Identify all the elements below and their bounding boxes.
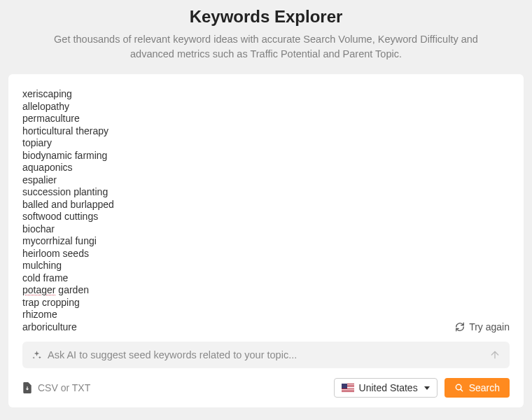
svg-line-1 [461,389,463,391]
keyword-line: permaculture [22,113,510,125]
try-again-button[interactable]: Try again [455,321,510,334]
search-label: Search [469,382,500,393]
refresh-icon [455,322,465,332]
keyword-line: cold frame [22,272,510,285]
keyword-line: biochar [22,223,510,236]
keyword-line: rhizome [22,309,510,321]
keyword-line: balled and burlapped [22,199,510,211]
upload-csv-button[interactable]: CSV or TXT [22,382,90,393]
keyword-line: succession planting [22,186,510,199]
bottom-controls: CSV or TXT United States Search [22,378,510,398]
ai-suggest-row [22,342,510,368]
chevron-down-icon [424,386,430,390]
keyword-line: topiary [22,137,510,150]
keyword-line: espalier [22,174,510,187]
keyword-line: biodynamic farming [22,150,510,162]
keywords-textarea[interactable]: xeriscapingallelopathypermaculturehortic… [22,88,510,333]
keyword-line: mulching [22,260,510,272]
file-upload-icon [22,382,32,393]
page-subtitle: Get thousands of relevant keyword ideas … [42,32,490,62]
keyword-line: softwood cuttings [22,211,510,223]
keyword-line: mycorrhizal fungi [22,235,510,248]
country-selector[interactable]: United States [334,378,438,398]
keyword-line: horticultural therapy [22,125,510,138]
keyword-line: potager garden [22,284,510,297]
keyword-line: aquaponics [22,162,510,174]
us-flag-icon [342,384,354,392]
explorer-card: xeriscapingallelopathypermaculturehortic… [8,74,524,407]
submit-arrow-icon[interactable] [489,349,501,361]
keyword-line: trap cropping [22,297,510,309]
keyword-line: xeriscaping [22,88,510,101]
country-label: United States [359,382,418,393]
keyword-line: heirloom seeds [22,248,510,260]
search-button[interactable]: Search [444,378,510,398]
keyword-line: allelopathy [22,101,510,113]
upload-label: CSV or TXT [38,382,90,393]
ai-suggest-input[interactable] [42,348,489,362]
try-again-label: Try again [469,321,510,334]
sparkle-icon [31,349,42,360]
keyword-line: arboriculture [22,321,510,334]
page-title: Keywords Explorer [28,7,504,27]
search-icon [454,383,464,393]
